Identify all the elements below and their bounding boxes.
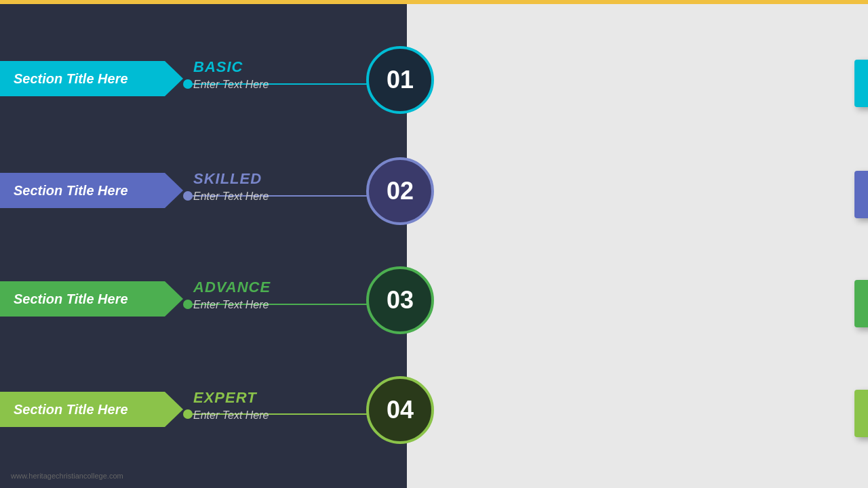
content-bar-2: This is a sample text. Enter your text h… (854, 171, 868, 218)
level-title-1: BASIC (193, 58, 269, 76)
top-border (0, 0, 407, 4)
level-subtitle-3: Enter Text Here (193, 299, 271, 311)
top-border-right (407, 0, 868, 4)
connector-dot-1 (183, 79, 193, 89)
level-title-3: ADVANCE (193, 279, 271, 296)
level-label-1: BASIC Enter Text Here (193, 58, 269, 91)
section-title-2: Section Title Here (14, 183, 128, 199)
connector-dot-3 (183, 300, 193, 309)
level-label-3: ADVANCE Enter Text Here (193, 279, 271, 311)
level-title-4: EXPERT (193, 389, 269, 407)
level-subtitle-2: Enter Text Here (193, 190, 269, 203)
level-subtitle-1: Enter Text Here (193, 79, 269, 91)
right-panel: This is a sample text. Enter your text h… (407, 0, 868, 488)
connector-dot-4 (183, 409, 193, 419)
section-tag-1: Section Title Here (0, 61, 183, 96)
left-panel: Section Title Here BASIC Enter Text Here… (0, 0, 407, 488)
circle-3: 03 (366, 266, 434, 334)
circle-number-1: 01 (387, 66, 414, 94)
level-title-2: SKILLED (193, 170, 269, 188)
circle-number-4: 04 (387, 396, 414, 424)
section-title-3: Section Title Here (14, 291, 128, 307)
circle-number-3: 03 (387, 286, 414, 314)
section-title-4: Section Title Here (14, 402, 128, 418)
level-subtitle-4: Enter Text Here (193, 409, 269, 422)
section-tag-4: Section Title Here (0, 392, 183, 427)
watermark: www.heritagechristiancollege.com (11, 472, 123, 480)
level-label-4: EXPERT Enter Text Here (193, 389, 269, 422)
content-bar-3: This is a sample text. Enter your text h… (854, 280, 868, 327)
content-bar-4: This is a sample text. Enter your text h… (854, 390, 868, 437)
circle-4: 04 (366, 376, 434, 444)
connector-dot-2 (183, 191, 193, 201)
section-title-1: Section Title Here (14, 71, 128, 87)
level-label-2: SKILLED Enter Text Here (193, 170, 269, 203)
content-bar-1: This is a sample text. Enter your text h… (854, 60, 868, 107)
section-tag-2: Section Title Here (0, 173, 183, 208)
section-tag-3: Section Title Here (0, 281, 183, 317)
circle-2: 02 (366, 157, 434, 225)
circle-number-2: 02 (387, 177, 414, 205)
circle-1: 01 (366, 46, 434, 114)
